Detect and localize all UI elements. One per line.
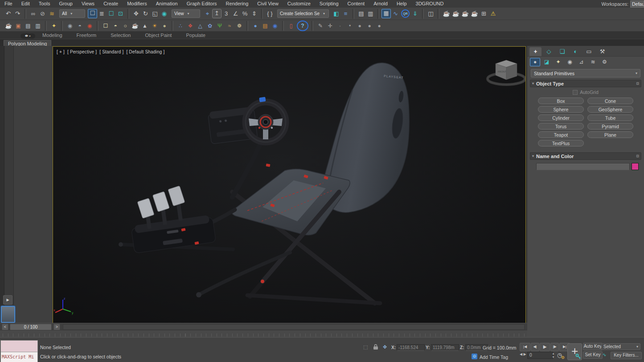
- maxscript-mini-listener[interactable]: MAXScript Mi: [0, 340, 38, 362]
- select-and-place-icon[interactable]: ◉: [160, 9, 169, 18]
- brush-size-dot-icon[interactable]: ●: [374, 21, 384, 30]
- tablet-icon[interactable]: ▯: [286, 21, 296, 30]
- object-type-button[interactable]: Cylinder: [538, 114, 584, 121]
- hair-fur-icon[interactable]: ≈: [225, 21, 234, 30]
- warning-icon[interactable]: ⚠: [488, 9, 498, 18]
- sphere-dashed-icon[interactable]: ◉: [270, 21, 280, 30]
- steering-wheel[interactable]: [246, 97, 286, 142]
- light-keyboard-icon[interactable]: ✦: [49, 21, 59, 30]
- grass-icon[interactable]: Ψ: [215, 21, 225, 30]
- ribbon-tab[interactable]: Freeform: [70, 32, 104, 39]
- default-tangent-icon[interactable]: ∿: [603, 352, 606, 357]
- key-mode-toggle[interactable]: ◀ ▶: [520, 352, 526, 356]
- track-bar[interactable]: [0, 330, 527, 338]
- brush-size-dot-icon[interactable]: ·: [335, 21, 345, 30]
- menu-item[interactable]: Content: [343, 0, 369, 8]
- current-frame-display[interactable]: 0 / 100: [10, 324, 52, 330]
- teapot-icon[interactable]: ☕: [4, 21, 13, 30]
- undo-icon[interactable]: ↶: [4, 9, 13, 18]
- snaps-toggle-icon[interactable]: 3: [222, 9, 231, 18]
- previous-frame-playback-button[interactable]: ◀|: [531, 343, 539, 351]
- menu-item[interactable]: Arnold: [369, 0, 392, 8]
- rectangular-selection-region-icon[interactable]: ☐: [107, 9, 116, 18]
- current-frame-field[interactable]: 0: [527, 352, 553, 359]
- viewport-menu-general[interactable]: [ + ]: [57, 49, 65, 54]
- sphere-blue-icon[interactable]: ●: [250, 21, 260, 30]
- menu-item[interactable]: Graph Editors: [182, 0, 222, 8]
- material-window-icon[interactable]: ▣: [13, 21, 23, 30]
- x-coordinate-field[interactable]: -1168.524: [397, 344, 425, 351]
- rendered-frame-teapot-icon[interactable]: ☕: [451, 9, 460, 18]
- edit-named-selection-sets-icon[interactable]: { }: [265, 9, 275, 18]
- teapot-primitive-icon[interactable]: ☕: [130, 21, 140, 30]
- viewport-layout-tab[interactable]: [1, 306, 15, 323]
- brush-size-dot-icon[interactable]: •: [345, 21, 355, 30]
- menu-item[interactable]: Group: [54, 0, 77, 8]
- ribbon-tab[interactable]: Object Paint: [138, 32, 179, 39]
- go-to-start-button[interactable]: |◀: [520, 343, 530, 351]
- menu-item[interactable]: 3DGROUND: [411, 0, 448, 8]
- space-warps-icon[interactable]: ≋: [588, 58, 598, 66]
- sphere-primitive-icon[interactable]: ●: [160, 21, 169, 30]
- help-icon[interactable]: ?: [297, 20, 308, 31]
- dome-primitive-icon[interactable]: ◓: [111, 21, 120, 30]
- ribbon-tab[interactable]: Selection: [103, 32, 138, 39]
- perspective-viewport[interactable]: [ + ] [ Perspective ] [ Standard ] [ Def…: [53, 46, 526, 324]
- hierarchy-tab-icon[interactable]: ❏: [556, 47, 568, 56]
- select-object-icon[interactable]: ☐: [88, 9, 97, 18]
- ribbon-tab[interactable]: Populate: [179, 32, 212, 39]
- reference-coordinate-dropdown[interactable]: View ▾: [172, 9, 200, 18]
- physical-camera-icon[interactable]: ◉: [85, 21, 94, 30]
- utilities-tab-icon[interactable]: ⚒: [596, 47, 608, 56]
- toggle-ribbon-icon[interactable]: ▦: [381, 9, 391, 18]
- named-selection-sets-dropdown[interactable]: Create Selection Se ▾: [277, 9, 329, 18]
- render-setup-teapot-icon[interactable]: ☕: [442, 9, 451, 18]
- ribbon-tab[interactable]: Modeling: [35, 32, 70, 39]
- menu-item[interactable]: Edit: [17, 0, 34, 8]
- bind-to-space-warp-icon[interactable]: ≋: [47, 9, 57, 18]
- object-type-rollout-header[interactable]: ▾ Object Type ⊡: [530, 80, 641, 87]
- maxscript-macro-recorder[interactable]: [1, 341, 37, 352]
- percent-snap-toggle-icon[interactable]: %: [240, 9, 250, 18]
- spinner-snap-toggle-icon[interactable]: ⇕: [250, 9, 259, 18]
- cone-primitive-icon[interactable]: ▲: [140, 21, 150, 30]
- viewport-menu-renderer[interactable]: [ Standard ]: [99, 49, 123, 54]
- object-type-button[interactable]: GeoSphere: [587, 106, 633, 113]
- geometry-icon[interactable]: ●: [530, 58, 540, 66]
- quick-render-qr-icon[interactable]: QR: [401, 9, 410, 18]
- window-crossing-icon[interactable]: ⊡: [116, 9, 125, 18]
- previous-frame-button[interactable]: <: [2, 324, 8, 330]
- maxscript-listener-field[interactable]: MAXScript Mi: [1, 352, 37, 362]
- object-type-button[interactable]: Sphere: [538, 106, 584, 113]
- angle-snap-toggle-icon[interactable]: ∠: [231, 9, 240, 18]
- unlink-selection-icon[interactable]: ⊘: [38, 9, 47, 18]
- set-key-button[interactable]: Set Key: [583, 351, 603, 359]
- light-lister-icon[interactable]: ▤: [23, 21, 33, 30]
- primitives-dropdown[interactable]: Standard Primitives ▾: [531, 69, 640, 77]
- menu-item[interactable]: Tools: [34, 0, 55, 8]
- object-type-button[interactable]: Pyramid: [587, 123, 633, 130]
- viewport-menu-pov[interactable]: [ Perspective ]: [67, 49, 97, 54]
- render-setup-arrow-icon[interactable]: ⇓: [410, 9, 420, 18]
- object-type-button[interactable]: Tube: [587, 114, 633, 121]
- brush-size-dot-icon[interactable]: ●: [365, 21, 374, 30]
- ribbon-config-button[interactable]: ⬬ ▾: [21, 33, 35, 39]
- pin-icon[interactable]: ⊡: [636, 81, 639, 85]
- clipboard-icon[interactable]: ▤: [260, 21, 270, 30]
- select-and-scale-icon[interactable]: ◱: [150, 9, 160, 18]
- redo-icon[interactable]: ↷: [13, 9, 22, 18]
- key-filters-button[interactable]: Key Filters...: [611, 352, 642, 359]
- object-type-button[interactable]: Cone: [587, 98, 633, 104]
- key-selection-dropdown[interactable]: Selected ▾: [601, 343, 640, 350]
- object-type-button[interactable]: Torus: [538, 123, 584, 130]
- auto-key-button[interactable]: Auto Key: [583, 343, 603, 350]
- curve-editor-icon[interactable]: ∿: [391, 9, 400, 18]
- molecule-icon[interactable]: ❖: [185, 21, 195, 30]
- render-production-teapot-icon[interactable]: ☕: [470, 9, 479, 18]
- name-and-color-rollout-header[interactable]: ▾ Name and Color ⊡: [530, 152, 641, 160]
- lights-icon[interactable]: ✦: [553, 58, 563, 66]
- toggle-layer-explorer-icon[interactable]: ▥: [366, 9, 375, 18]
- select-and-manipulate-icon[interactable]: ↥: [212, 9, 222, 18]
- object-color-swatch[interactable]: [632, 163, 639, 170]
- workspaces-dropdown[interactable]: Defau: [630, 0, 644, 8]
